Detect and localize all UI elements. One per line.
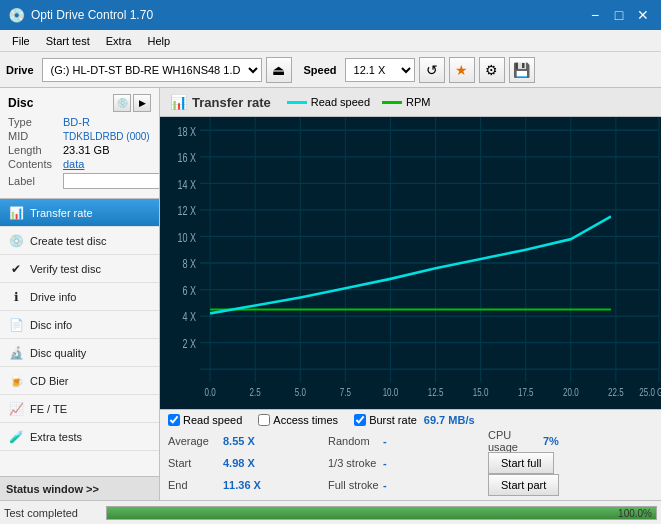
drive-select[interactable]: (G:) HL-DT-ST BD-RE WH16NS48 1.D3 [42,58,262,82]
disc-panel: Disc 💿 ▶ Type BD-R MID TDKBLDRBD (000) L… [0,88,159,199]
burst-rate-checkbox-label: Burst rate [369,414,417,426]
sidebar: Disc 💿 ▶ Type BD-R MID TDKBLDRBD (000) L… [0,88,160,500]
drive-label: Drive [6,64,34,76]
disc-icon-btn-2[interactable]: ▶ [133,94,151,112]
disc-icon-btn-1[interactable]: 💿 [113,94,131,112]
menu-extra[interactable]: Extra [98,33,140,49]
settings-button[interactable]: ⚙ [479,57,505,83]
read-speed-checkbox-label: Read speed [183,414,242,426]
read-speed-checkbox[interactable] [168,414,180,426]
svg-text:20.0: 20.0 [563,386,579,398]
speed-select[interactable]: 12.1 X [345,58,415,82]
stat-start-row: Start 4.98 X [168,452,328,474]
nav-disc-info-label: Disc info [30,319,72,331]
minimize-button[interactable]: − [585,5,605,25]
nav-drive-info[interactable]: ℹ Drive info [0,283,159,311]
window-controls: − □ ✕ [585,5,653,25]
label-input[interactable] [63,173,160,189]
stroke13-label: 1/3 stroke [328,457,383,469]
disc-info-icon: 📄 [8,318,24,332]
nav-create-test-disc-label: Create test disc [30,235,106,247]
legend-read-speed: Read speed [287,96,370,108]
app-icon: 💿 [8,7,25,23]
checkbox-access-times[interactable]: Access times [258,414,338,426]
svg-text:4 X: 4 X [183,310,197,324]
nav-verify-test-disc[interactable]: ✔ Verify test disc [0,255,159,283]
svg-text:2 X: 2 X [183,337,197,351]
nav-fe-te[interactable]: 📈 FE / TE [0,395,159,423]
menu-bar: File Start test Extra Help [0,30,661,52]
chart-title: Transfer rate [192,95,271,110]
start-part-button[interactable]: Start part [488,474,559,496]
cpu-label: CPU usage [488,429,543,453]
progress-text: 100.0% [618,507,652,520]
nav-disc-info[interactable]: 📄 Disc info [0,311,159,339]
length-label: Length [8,144,63,156]
random-value: - [383,435,433,447]
access-times-checkbox[interactable] [258,414,270,426]
menu-help[interactable]: Help [139,33,178,49]
start-label: Start [168,457,223,469]
end-label: End [168,479,223,491]
sidebar-nav: 📊 Transfer rate 💿 Create test disc ✔ Ver… [0,199,159,476]
create-test-disc-icon: 💿 [8,234,24,248]
svg-text:16 X: 16 X [178,151,197,165]
nav-extra-tests[interactable]: 🧪 Extra tests [0,423,159,451]
stroke13-value: - [383,457,433,469]
stat-fullstroke-row: Full stroke - [328,474,488,496]
stat-startfull-row: Start full [488,452,653,474]
label-label: Label [8,175,63,187]
close-button[interactable]: ✕ [633,5,653,25]
random-label: Random [328,435,383,447]
title-bar: 💿 Opti Drive Control 1.70 − □ ✕ [0,0,661,30]
nav-drive-info-label: Drive info [30,291,76,303]
svg-text:12.5: 12.5 [428,386,444,398]
type-value: BD-R [63,116,90,128]
svg-text:15.0: 15.0 [473,386,489,398]
chart-wrapper: 18 X 16 X 14 X 12 X 10 X 8 X 6 X 4 X 2 X… [160,117,661,409]
mid-value: TDKBLDRBD (000) [63,131,150,142]
speed-label: Speed [304,64,337,76]
toolbar: Drive (G:) HL-DT-ST BD-RE WH16NS48 1.D3 … [0,52,661,88]
legend-rpm-label: RPM [406,96,430,108]
favorite-button[interactable]: ★ [449,57,475,83]
start-value: 4.98 X [223,457,273,469]
fe-te-icon: 📈 [8,402,24,416]
legend-read-speed-label: Read speed [311,96,370,108]
start-full-button[interactable]: Start full [488,452,554,474]
nav-create-test-disc[interactable]: 💿 Create test disc [0,227,159,255]
eject-button[interactable]: ⏏ [266,57,292,83]
legend-rpm-color [382,101,402,104]
menu-start-test[interactable]: Start test [38,33,98,49]
svg-text:14 X: 14 X [178,177,197,191]
nav-cd-bier[interactable]: 🍺 CD Bier [0,367,159,395]
maximize-button[interactable]: □ [609,5,629,25]
status-window-bar[interactable]: Status window >> [0,476,159,500]
fullstroke-value: - [383,479,433,491]
contents-value[interactable]: data [63,158,84,170]
contents-label: Contents [8,158,63,170]
type-label: Type [8,116,63,128]
extra-tests-icon: 🧪 [8,430,24,444]
transfer-rate-icon: 📊 [8,206,24,220]
save-button[interactable]: 💾 [509,57,535,83]
checkboxes-row: Read speed Access times Burst rate 69.7 … [168,414,653,426]
checkbox-read-speed[interactable]: Read speed [168,414,242,426]
progress-bar-fill [107,507,656,519]
svg-text:5.0: 5.0 [295,386,306,398]
checkbox-burst-rate[interactable]: Burst rate 69.7 MB/s [354,414,474,426]
right-panel: 📊 Transfer rate Read speed RPM [160,88,661,500]
stat-end-row: End 11.36 X [168,474,328,496]
menu-file[interactable]: File [4,33,38,49]
stat-random-row: Random - [328,430,488,452]
svg-text:12 X: 12 X [178,204,197,218]
status-bar: Test completed 100.0% [0,500,661,524]
refresh-button[interactable]: ↺ [419,57,445,83]
chart-header: 📊 Transfer rate Read speed RPM [160,88,661,117]
burst-rate-checkbox[interactable] [354,414,366,426]
svg-text:0.0: 0.0 [205,386,216,398]
nav-transfer-rate[interactable]: 📊 Transfer rate [0,199,159,227]
nav-verify-test-disc-label: Verify test disc [30,263,101,275]
app-title: Opti Drive Control 1.70 [31,8,153,22]
nav-disc-quality[interactable]: 🔬 Disc quality [0,339,159,367]
